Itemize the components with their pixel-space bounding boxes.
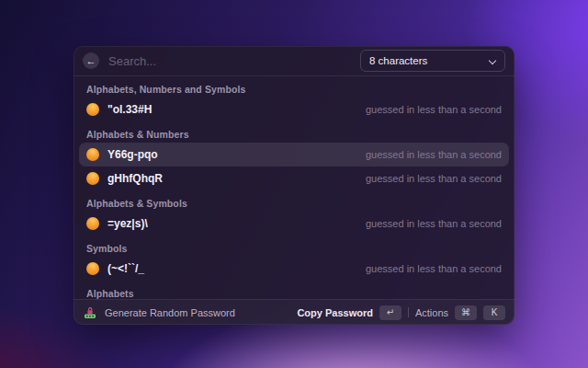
- password-item-icon: [86, 262, 99, 275]
- password-results-list: Alphabets, Numbers and Symbols "ol.33#H …: [74, 76, 514, 299]
- guess-time-label: guessed in less than a second: [366, 149, 502, 160]
- k-key-icon[interactable]: K: [483, 305, 505, 320]
- footer-divider: [408, 307, 409, 317]
- command-key-icon[interactable]: ⌘: [455, 305, 477, 320]
- section-header: Alphabets & Symbols: [79, 190, 509, 212]
- password-text: Y66g-pqo: [107, 148, 158, 161]
- password-generator-extension-icon: [83, 305, 97, 320]
- action-bar: Generate Random Password Copy Password ↵…: [74, 299, 514, 325]
- section-header: Alphabets: [79, 281, 509, 299]
- guess-time-label: guessed in less than a second: [366, 263, 502, 274]
- guess-time-label: guessed in less than a second: [366, 104, 502, 115]
- search-input[interactable]: [107, 53, 353, 69]
- password-row[interactable]: gHhfQhqR guessed in less than a second: [79, 167, 509, 190]
- password-item-icon: [86, 217, 99, 230]
- actions-menu-button[interactable]: Actions: [415, 307, 448, 318]
- chevron-down-icon: [489, 57, 496, 64]
- character-count-dropdown[interactable]: 8 characters: [360, 50, 505, 72]
- password-text: "ol.33#H: [107, 103, 152, 116]
- password-item-icon: [86, 148, 99, 161]
- guess-time-label: guessed in less than a second: [366, 218, 502, 229]
- password-row-selected[interactable]: Y66g-pqo guessed in less than a second: [79, 143, 509, 167]
- password-row[interactable]: "ol.33#H guessed in less than a second: [79, 98, 509, 121]
- section-header: Alphabets, Numbers and Symbols: [79, 76, 509, 98]
- copy-password-button[interactable]: Copy Password: [297, 307, 373, 318]
- password-item-icon: [86, 103, 99, 116]
- password-row[interactable]: =yez|s)\ guessed in less than a second: [79, 212, 509, 236]
- command-title: Generate Random Password: [105, 307, 235, 318]
- section-header: Symbols: [79, 236, 509, 257]
- password-text: gHhfQhqR: [107, 172, 163, 185]
- search-bar: ← 8 characters: [74, 46, 514, 76]
- dropdown-selected-value: 8 characters: [369, 55, 427, 66]
- password-text: =yez|s)\: [107, 217, 148, 230]
- back-button[interactable]: ←: [83, 52, 99, 69]
- return-key-icon[interactable]: ↵: [379, 305, 401, 320]
- section-header: Alphabets & Numbers: [79, 121, 509, 143]
- guess-time-label: guessed in less than a second: [366, 173, 502, 184]
- back-arrow-icon: ←: [86, 56, 96, 66]
- password-row[interactable]: (~<!``/_ guessed in less than a second: [79, 257, 509, 281]
- command-palette-window: ← 8 characters Alphabets, Numbers and Sy…: [74, 46, 514, 325]
- password-item-icon: [86, 172, 99, 185]
- password-text: (~<!``/_: [107, 262, 144, 275]
- footer-actions: Copy Password ↵ Actions ⌘ K: [297, 305, 505, 320]
